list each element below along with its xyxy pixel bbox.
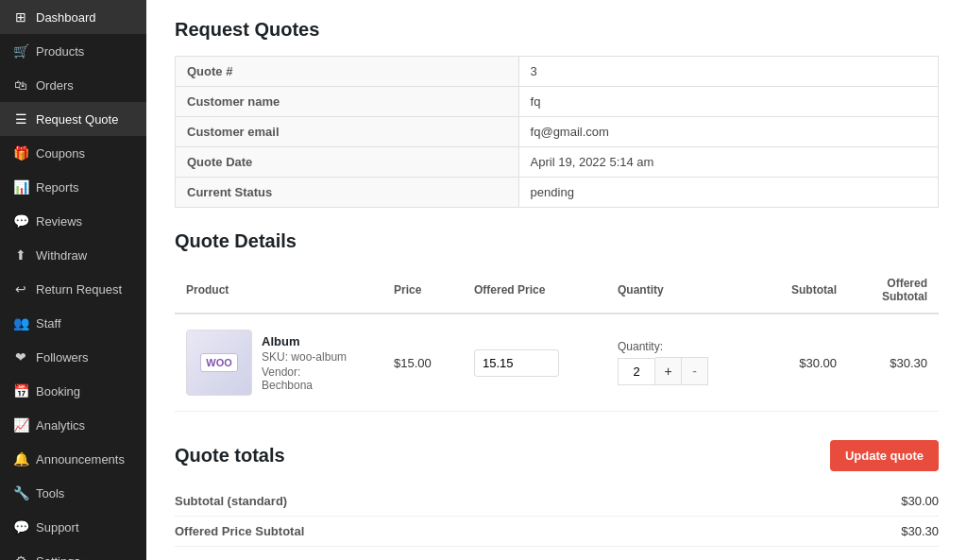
sidebar: ⊞Dashboard🛒Products🛍Orders☰Request Quote… [0, 0, 146, 560]
quote-totals-title: Quote totals [175, 445, 285, 467]
col-quantity: Quantity [606, 267, 757, 314]
sidebar-item-dashboard[interactable]: ⊞Dashboard [0, 0, 146, 34]
quantity-input[interactable] [618, 358, 655, 385]
customer-email-value: fq@gmail.com [518, 117, 938, 147]
quote-number-row: Quote # 3 [176, 57, 939, 87]
current-status-value: pending [518, 178, 938, 208]
subtotal-standard-value: $30.00 [901, 494, 939, 508]
quote-date-value: April 19, 2022 5:14 am [518, 147, 938, 178]
sidebar-label-announcements: Announcements [36, 452, 125, 467]
sidebar-label-booking: Booking [36, 384, 80, 399]
customer-name-row: Customer name fq [176, 87, 939, 117]
product-cell: WOO Album SKU: woo-album Vendor: Bechbon… [175, 314, 382, 412]
quantity-label: Quantity: [618, 340, 746, 353]
sidebar-item-products[interactable]: 🛒Products [0, 34, 146, 68]
product-info: Album SKU: woo-album Vendor: Bechbona [262, 334, 347, 392]
customer-name-value: fq [518, 87, 938, 117]
sidebar-icon-support: 💬 [13, 519, 28, 535]
table-row: WOO Album SKU: woo-album Vendor: Bechbon… [175, 314, 939, 412]
offered-price-subtotal-row: Offered Price Subtotal $30.30 [175, 517, 939, 547]
totals-header: Quote totals Update quote [175, 440, 939, 471]
quote-date-row: Quote Date April 19, 2022 5:14 am [176, 147, 939, 178]
quantity-decrease-button[interactable]: - [682, 357, 708, 385]
main-content: Request Quotes Quote # 3 Customer name f… [146, 0, 967, 560]
col-subtotal: Subtotal [757, 267, 848, 314]
offered-price-subtotal-label: Offered Price Subtotal [175, 524, 304, 538]
subtotal-value: $30.00 [757, 314, 848, 412]
product-sku: SKU: woo-album [262, 350, 347, 364]
sidebar-icon-booking: 📅 [13, 383, 28, 399]
quote-number-value: 3 [518, 57, 938, 87]
current-status-label: Current Status [176, 178, 519, 208]
page-title: Request Quotes [175, 19, 939, 41]
sidebar-icon-followers: ❤ [13, 349, 28, 365]
product-vendor: Vendor: Bechbona [262, 365, 347, 392]
product-thumbnail: WOO [186, 330, 252, 396]
sidebar-icon-reviews: 💬 [13, 213, 28, 229]
sidebar-label-tools: Tools [36, 486, 64, 501]
offered-price-subtotal-value: $30.30 [901, 524, 939, 538]
sidebar-item-reports[interactable]: 📊Reports [0, 170, 146, 204]
subtotal-standard-label: Subtotal (standard) [175, 494, 287, 508]
sidebar-icon-products: 🛒 [13, 43, 28, 59]
sidebar-item-analytics[interactable]: 📈Analytics [0, 408, 146, 442]
sidebar-icon-orders: 🛍 [13, 77, 28, 93]
current-status-row: Current Status pending [176, 178, 939, 208]
sidebar-item-return-request[interactable]: ↩Return Request [0, 272, 146, 306]
sidebar-label-analytics: Analytics [36, 418, 85, 433]
sidebar-label-staff: Staff [36, 316, 61, 331]
quantity-increase-button[interactable]: + [655, 357, 682, 385]
quantity-cell: Quantity: + - [606, 314, 757, 412]
sidebar-item-booking[interactable]: 📅Booking [0, 374, 146, 408]
sidebar-label-support: Support [36, 520, 79, 535]
quantity-control: + - [618, 357, 746, 385]
offered-price-cell [463, 314, 606, 412]
sidebar-item-support[interactable]: 💬Support [0, 510, 146, 544]
sidebar-label-coupons: Coupons [36, 146, 85, 161]
quote-details-table: Product Price Offered Price Quantity Sub… [175, 267, 939, 412]
sidebar-icon-coupons: 🎁 [13, 145, 28, 161]
offered-subtotal-value: $30.30 [848, 314, 939, 412]
sidebar-item-withdraw[interactable]: ⬆Withdraw [0, 238, 146, 272]
sidebar-item-staff[interactable]: 👥Staff [0, 306, 146, 340]
sidebar-icon-staff: 👥 [13, 315, 28, 331]
update-quote-button[interactable]: Update quote [830, 440, 939, 471]
sidebar-label-reviews: Reviews [36, 214, 82, 229]
sidebar-nav: ⊞Dashboard🛒Products🛍Orders☰Request Quote… [0, 0, 146, 560]
quote-info-table: Quote # 3 Customer name fq Customer emai… [175, 56, 939, 208]
sidebar-icon-analytics: 📈 [13, 417, 28, 433]
sidebar-label-products: Products [36, 44, 84, 59]
product-price: $15.00 [382, 314, 463, 412]
customer-email-row: Customer email fq@gmail.com [176, 117, 939, 147]
col-product: Product [175, 267, 382, 314]
sidebar-label-request-quote: Request Quote [36, 112, 118, 127]
col-offered-price: Offered Price [463, 267, 606, 314]
sidebar-icon-request-quote: ☰ [13, 111, 28, 127]
sidebar-item-request-quote[interactable]: ☰Request Quote [0, 102, 146, 136]
sidebar-label-withdraw: Withdraw [36, 248, 87, 263]
sidebar-icon-dashboard: ⊞ [13, 9, 28, 25]
sidebar-icon-withdraw: ⬆ [13, 247, 28, 263]
woo-logo: WOO [200, 353, 238, 372]
sidebar-item-tools[interactable]: 🔧Tools [0, 476, 146, 510]
product-name: Album [262, 334, 347, 348]
offered-price-input[interactable] [474, 349, 559, 377]
sidebar-item-reviews[interactable]: 💬Reviews [0, 204, 146, 238]
sidebar-icon-settings: ⚙ [13, 553, 28, 560]
col-offered-subtotal: OfferedSubtotal [848, 267, 939, 314]
sidebar-label-settings: Settings › [36, 554, 88, 561]
sidebar-label-reports: Reports [36, 180, 79, 195]
sidebar-item-followers[interactable]: ❤Followers [0, 340, 146, 374]
subtotal-row: Subtotal (standard) $30.00 [175, 486, 939, 517]
sidebar-label-return-request: Return Request [36, 282, 122, 297]
quote-number-label: Quote # [176, 57, 519, 87]
totals-section: Quote totals Update quote Subtotal (stan… [175, 440, 939, 547]
sidebar-item-announcements[interactable]: 🔔Announcements [0, 442, 146, 476]
sidebar-item-orders[interactable]: 🛍Orders [0, 68, 146, 102]
col-price: Price [382, 267, 463, 314]
sidebar-item-settings[interactable]: ⚙Settings › [0, 544, 146, 560]
sidebar-item-coupons[interactable]: 🎁Coupons [0, 136, 146, 170]
sidebar-label-followers: Followers [36, 350, 89, 365]
sidebar-icon-tools: 🔧 [13, 485, 28, 501]
quote-table-header: Product Price Offered Price Quantity Sub… [175, 267, 939, 314]
